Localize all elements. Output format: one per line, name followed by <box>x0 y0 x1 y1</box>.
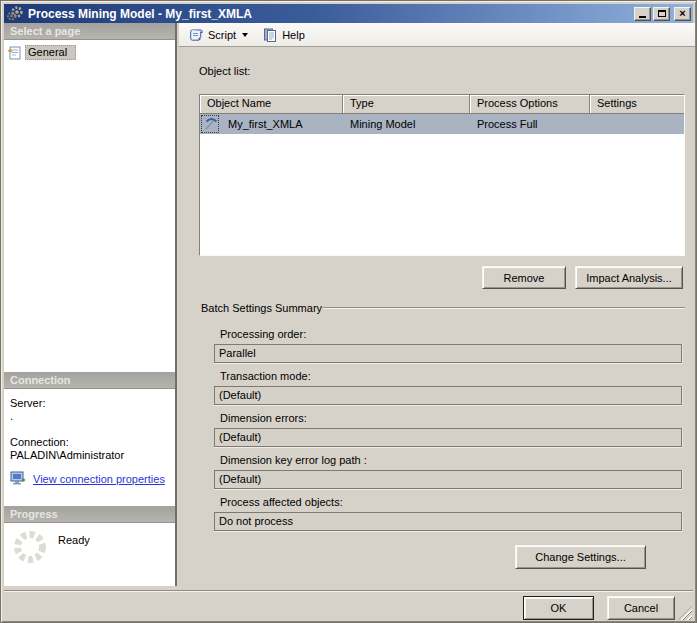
cell-process-options: Process Full <box>470 118 590 130</box>
connection-header: Connection <box>4 372 175 389</box>
dimension-key-error-log-path-label: Dimension key error log path : <box>220 454 682 467</box>
column-header-process-options[interactable]: Process Options <box>470 95 590 114</box>
change-settings-button[interactable]: Change Settings... <box>515 545 646 569</box>
row-focus-box <box>201 115 219 133</box>
footer-bar: OK Cancel <box>4 590 693 621</box>
progress-status: Ready <box>58 534 90 546</box>
process-affected-objects-label: Process affected objects: <box>220 496 682 509</box>
impact-analysis-button[interactable]: Impact Analysis... <box>575 266 683 289</box>
table-header-row: Object Name Type Process Options Setting… <box>200 95 684 114</box>
minimize-button[interactable] <box>634 7 651 21</box>
processing-order-value: Parallel <box>214 344 682 363</box>
server-value: . <box>10 410 169 422</box>
object-list-label: Object list: <box>199 65 250 77</box>
progress-spinner-icon <box>12 529 48 565</box>
dimension-errors-value: (Default) <box>214 428 682 447</box>
view-connection-properties-link[interactable]: View connection properties <box>33 473 165 485</box>
general-page-icon <box>7 46 22 60</box>
progress-header: Progress <box>4 506 175 523</box>
table-row[interactable]: My_first_XMLA Mining Model Process Full <box>200 114 684 134</box>
script-icon <box>188 27 204 43</box>
help-label: Help <box>282 29 305 41</box>
mining-model-pickaxe-icon <box>203 116 218 133</box>
batch-settings-groupbox: Batch Settings Summary Processing order:… <box>199 302 685 570</box>
script-button[interactable]: Script <box>184 25 252 45</box>
connection-properties-icon <box>10 471 28 486</box>
process-mining-model-dialog: Process Mining Model - My_first_XMLA × S… <box>0 0 697 623</box>
resize-grip[interactable] <box>678 606 692 620</box>
sidebar-item-label: General <box>25 45 76 60</box>
batch-settings-title: Batch Settings Summary <box>201 302 322 314</box>
transaction-mode-value: (Default) <box>214 386 682 405</box>
transaction-mode-label: Transaction mode: <box>220 370 682 383</box>
groupbox-rule <box>323 307 685 309</box>
dimension-errors-label: Dimension errors: <box>220 412 682 425</box>
cell-object-name: My_first_XMLA <box>228 118 303 130</box>
remove-button[interactable]: Remove <box>482 266 566 289</box>
cancel-button[interactable]: Cancel <box>607 596 675 620</box>
script-dropdown-arrow-icon <box>242 33 248 37</box>
main-panel: Script Help Object list: <box>179 23 695 590</box>
maximize-button[interactable] <box>653 7 670 21</box>
processing-order-label: Processing order: <box>220 328 682 341</box>
window-title: Process Mining Model - My_first_XMLA <box>28 7 634 21</box>
script-label: Script <box>208 29 236 41</box>
help-icon <box>262 27 278 43</box>
dimension-key-error-log-path-value: (Default) <box>214 470 682 489</box>
maximize-icon <box>658 10 666 17</box>
titlebar[interactable]: Process Mining Model - My_first_XMLA × <box>4 4 693 23</box>
progress-panel: Ready <box>4 523 175 586</box>
column-header-object-name[interactable]: Object Name <box>200 95 343 114</box>
select-a-page-header: Select a page <box>4 23 175 40</box>
minimize-icon <box>639 10 646 18</box>
connection-value: PALADIN\Administrator <box>10 449 169 461</box>
help-button[interactable]: Help <box>258 25 309 45</box>
server-label: Server: <box>10 397 169 409</box>
object-list-table: Object Name Type Process Options Setting… <box>199 94 685 256</box>
process-gears-icon <box>7 6 24 21</box>
ok-button[interactable]: OK <box>523 596 594 620</box>
window-controls: × <box>634 7 691 21</box>
column-header-settings[interactable]: Settings <box>590 95 684 114</box>
toolbar: Script Help <box>179 23 695 47</box>
process-affected-objects-value: Do not process <box>214 512 682 531</box>
sidebar: Select a page General Connection Server: <box>4 23 177 586</box>
cell-type: Mining Model <box>343 118 470 130</box>
page-list: General <box>4 40 175 372</box>
close-icon: × <box>679 8 685 19</box>
sidebar-item-general[interactable]: General <box>7 44 173 61</box>
connection-panel: Server: . Connection: PALADIN\Administra… <box>4 389 175 506</box>
column-header-type[interactable]: Type <box>343 95 470 114</box>
close-button[interactable]: × <box>674 7 691 21</box>
connection-label: Connection: <box>10 436 169 448</box>
